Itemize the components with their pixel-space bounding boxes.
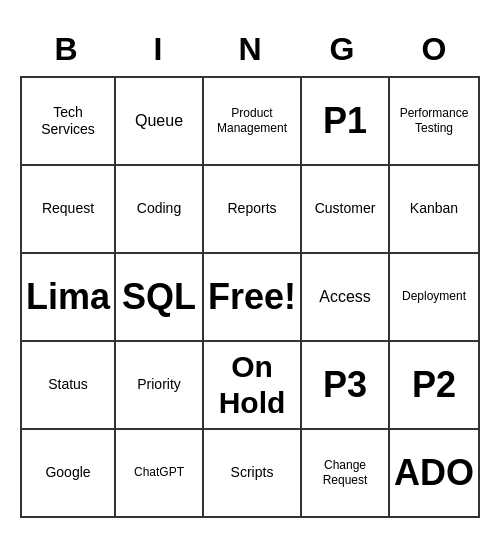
bingo-cell-r4-c3: ChangeRequest xyxy=(302,430,390,518)
cell-text-r4-c2: Scripts xyxy=(231,464,274,481)
bingo-cell-r3-c3: P3 xyxy=(302,342,390,430)
cell-text-r3-c2: OnHold xyxy=(219,349,286,421)
cell-text-r3-c1: Priority xyxy=(137,376,181,393)
cell-text-r0-c1: Queue xyxy=(135,111,183,130)
bingo-cell-r1-c2: Reports xyxy=(204,166,302,254)
cell-text-r2-c2: Free! xyxy=(208,275,296,318)
bingo-cell-r1-c3: Customer xyxy=(302,166,390,254)
cell-text-r3-c0: Status xyxy=(48,376,88,393)
bingo-cell-r2-c3: Access xyxy=(302,254,390,342)
cell-text-r0-c0: TechServices xyxy=(41,104,95,138)
cell-text-r1-c0: Request xyxy=(42,200,94,217)
bingo-cell-r0-c3: P1 xyxy=(302,78,390,166)
cell-text-r1-c3: Customer xyxy=(315,200,376,217)
bingo-cell-r3-c4: P2 xyxy=(390,342,480,430)
cell-text-r3-c3: P3 xyxy=(323,363,367,406)
cell-text-r4-c3: ChangeRequest xyxy=(323,458,368,487)
bingo-cell-r2-c4: Deployment xyxy=(390,254,480,342)
header-letter-i: I xyxy=(112,27,204,72)
bingo-cell-r3-c2: OnHold xyxy=(204,342,302,430)
bingo-cell-r4-c2: Scripts xyxy=(204,430,302,518)
cell-text-r2-c1: SQL xyxy=(122,275,196,318)
bingo-cell-r2-c1: SQL xyxy=(116,254,204,342)
header-letter-o: O xyxy=(388,27,480,72)
cell-text-r0-c4: PerformanceTesting xyxy=(400,106,469,135)
bingo-cell-r0-c0: TechServices xyxy=(22,78,116,166)
cell-text-r0-c3: P1 xyxy=(323,99,367,142)
bingo-cell-r4-c1: ChatGPT xyxy=(116,430,204,518)
bingo-cell-r1-c0: Request xyxy=(22,166,116,254)
cell-text-r2-c4: Deployment xyxy=(402,289,466,303)
cell-text-r2-c3: Access xyxy=(319,287,371,306)
bingo-cell-r2-c2: Free! xyxy=(204,254,302,342)
bingo-cell-r0-c1: Queue xyxy=(116,78,204,166)
cell-text-r3-c4: P2 xyxy=(412,363,456,406)
cell-text-r4-c4: ADO xyxy=(394,451,474,494)
cell-text-r4-c0: Google xyxy=(45,464,90,481)
bingo-header: BINGO xyxy=(20,27,480,72)
bingo-grid: TechServicesQueueProductManagementP1Perf… xyxy=(20,76,480,518)
bingo-cell-r0-c4: PerformanceTesting xyxy=(390,78,480,166)
bingo-cell-r4-c4: ADO xyxy=(390,430,480,518)
header-letter-n: N xyxy=(204,27,296,72)
bingo-cell-r1-c1: Coding xyxy=(116,166,204,254)
bingo-card: BINGO TechServicesQueueProductManagement… xyxy=(20,27,480,518)
cell-text-r4-c1: ChatGPT xyxy=(134,465,184,479)
header-letter-g: G xyxy=(296,27,388,72)
cell-text-r1-c2: Reports xyxy=(228,200,277,217)
bingo-cell-r3-c0: Status xyxy=(22,342,116,430)
cell-text-r0-c2: ProductManagement xyxy=(217,106,287,135)
cell-text-r2-c0: Lima xyxy=(26,275,110,318)
bingo-cell-r4-c0: Google xyxy=(22,430,116,518)
cell-text-r1-c1: Coding xyxy=(137,200,181,217)
cell-text-r1-c4: Kanban xyxy=(410,200,458,217)
bingo-cell-r1-c4: Kanban xyxy=(390,166,480,254)
bingo-cell-r2-c0: Lima xyxy=(22,254,116,342)
header-letter-b: B xyxy=(20,27,112,72)
bingo-cell-r0-c2: ProductManagement xyxy=(204,78,302,166)
bingo-cell-r3-c1: Priority xyxy=(116,342,204,430)
